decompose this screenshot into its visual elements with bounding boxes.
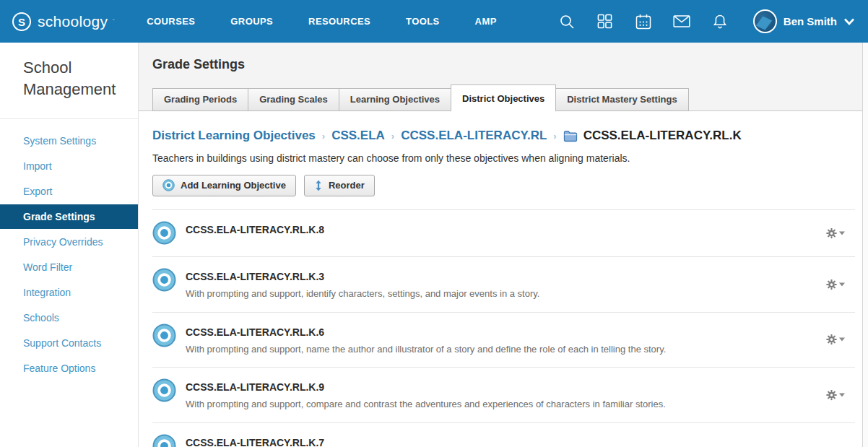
caret-down-icon bbox=[839, 282, 845, 286]
objective-row: CCSS.ELA-LITERACY.RL.K.7 With prompting … bbox=[152, 422, 855, 447]
objective-title: CCSS.ELA-LITERACY.RL.K.8 bbox=[186, 222, 324, 235]
search-icon[interactable] bbox=[557, 12, 576, 31]
tab[interactable]: District Mastery Settings bbox=[555, 88, 688, 111]
caret-down-icon bbox=[839, 232, 845, 235]
objective-title: CCSS.ELA-LITERACY.RL.K.3 bbox=[186, 269, 539, 282]
sidebar-nav: System Settings Import Export Grade Sett… bbox=[0, 119, 138, 381]
chevron-down-icon bbox=[843, 17, 855, 26]
row-gear-menu[interactable] bbox=[826, 334, 845, 345]
sidebar-item[interactable]: Import bbox=[0, 154, 138, 178]
sidebar-item[interactable]: Export bbox=[0, 179, 138, 204]
apps-grid-icon[interactable] bbox=[596, 12, 615, 31]
page-title: Grade Settings bbox=[152, 57, 868, 72]
sidebar-item[interactable]: Schools bbox=[0, 305, 138, 330]
folder-icon bbox=[563, 130, 578, 142]
main-panel: Grade Settings Grading Periods Grading S… bbox=[139, 43, 868, 447]
sidebar-item[interactable]: Feature Options bbox=[0, 356, 138, 381]
objective-title: CCSS.ELA-LITERACY.RL.K.9 bbox=[186, 379, 666, 393]
schoology-logo-icon: S bbox=[12, 12, 32, 32]
sidebar-item[interactable]: System Settings bbox=[0, 129, 138, 153]
objective-description: With prompting and support, compare and … bbox=[186, 397, 666, 412]
user-name: Ben Smith bbox=[784, 15, 837, 27]
breadcrumb-separator: › bbox=[391, 131, 394, 142]
sidebar-item[interactable]: Support Contacts bbox=[0, 331, 138, 355]
tab[interactable]: Learning Objectives bbox=[339, 88, 451, 111]
objective-title: CCSS.ELA-LITERACY.RL.K.7 bbox=[186, 435, 809, 447]
breadcrumb-separator: › bbox=[322, 131, 325, 142]
sidebar-item[interactable]: Grade Settings bbox=[0, 204, 138, 229]
action-buttons: Add Learning Objective Reorder bbox=[152, 175, 855, 196]
notifications-bell-icon[interactable] bbox=[711, 12, 729, 31]
tab[interactable]: Grading Periods bbox=[152, 88, 248, 111]
breadcrumb: District Learning Objectives › CSS.ELA ›… bbox=[152, 129, 855, 143]
breadcrumb-link[interactable]: District Learning Objectives bbox=[152, 129, 316, 143]
avatar bbox=[753, 9, 777, 33]
svg-text:S: S bbox=[18, 15, 25, 27]
reorder-button[interactable]: Reorder bbox=[304, 175, 375, 196]
header-utilities: Ben Smith bbox=[557, 9, 855, 33]
top-nav-item[interactable]: RESOURCES bbox=[308, 16, 370, 27]
target-icon bbox=[162, 179, 175, 191]
objective-description: With prompting and support, identify cha… bbox=[186, 287, 539, 301]
top-nav-item[interactable]: TOOLS bbox=[406, 16, 440, 27]
tab[interactable]: District Objectives bbox=[451, 84, 556, 112]
learning-objective-target-icon bbox=[152, 221, 176, 245]
app-window: S schoology ̆ COURSES GROUPS RESOURCES T… bbox=[0, 0, 868, 447]
top-nav-bar: S schoology ̆ COURSES GROUPS RESOURCES T… bbox=[0, 0, 868, 43]
sidebar-item[interactable]: Privacy Overrides bbox=[0, 230, 138, 254]
objective-title: CCSS.ELA-LITERACY.RL.K.6 bbox=[186, 324, 666, 338]
caret-down-icon bbox=[839, 393, 845, 396]
sidebar: School Management System Settings Import… bbox=[0, 43, 139, 447]
objective-list: CCSS.ELA-LITERACY.RL.K.8 bbox=[152, 209, 855, 447]
brand-wordmark: schoology bbox=[38, 13, 108, 30]
sidebar-item[interactable]: Word Filter bbox=[0, 255, 138, 279]
primary-nav: COURSES GROUPS RESOURCES TOOLS AMP bbox=[147, 16, 496, 27]
learning-objective-target-icon bbox=[152, 324, 176, 347]
row-gear-menu[interactable] bbox=[826, 279, 845, 290]
reorder-arrows-icon bbox=[314, 180, 323, 191]
objective-row: CCSS.ELA-LITERACY.RL.K.3 With prompting … bbox=[152, 256, 855, 312]
add-learning-objective-button[interactable]: Add Learning Objective bbox=[152, 175, 296, 196]
breadcrumb-current: CCSS.ELA-LITERACY.RL.K bbox=[563, 129, 742, 143]
gear-icon bbox=[826, 279, 837, 290]
gear-icon bbox=[826, 389, 837, 400]
page-description: Teachers in buildings using district mas… bbox=[152, 152, 855, 164]
objective-row: CCSS.ELA-LITERACY.RL.K.6 With prompting … bbox=[152, 312, 855, 368]
user-menu[interactable]: Ben Smith bbox=[753, 9, 855, 33]
breadcrumb-link[interactable]: CSS.ELA bbox=[331, 129, 385, 143]
tab-content: District Learning Objectives › CSS.ELA ›… bbox=[139, 111, 868, 447]
page-header: Grade Settings Grading Periods Grading S… bbox=[139, 43, 868, 111]
objective-row: CCSS.ELA-LITERACY.RL.K.8 bbox=[152, 209, 855, 256]
gear-icon bbox=[826, 228, 837, 239]
messages-icon[interactable] bbox=[672, 12, 691, 31]
sidebar-title: School Management bbox=[0, 57, 138, 119]
row-gear-menu[interactable] bbox=[826, 228, 845, 239]
top-nav-item[interactable]: GROUPS bbox=[230, 16, 273, 27]
caret-down-icon bbox=[839, 338, 845, 342]
schoology-logo[interactable]: S schoology ̆ bbox=[12, 12, 113, 32]
objective-row: CCSS.ELA-LITERACY.RL.K.9 With prompting … bbox=[152, 367, 855, 422]
learning-objective-target-icon bbox=[152, 434, 176, 447]
learning-objective-target-icon bbox=[152, 268, 176, 292]
tab[interactable]: Grading Scales bbox=[248, 88, 339, 111]
row-gear-menu[interactable] bbox=[826, 389, 845, 400]
sidebar-item[interactable]: Integration bbox=[0, 280, 138, 305]
breadcrumb-link[interactable]: CCSS.ELA-LITERACY.RL bbox=[401, 129, 547, 143]
gear-icon bbox=[826, 334, 837, 345]
page-scrollbar[interactable] bbox=[862, 43, 868, 447]
calendar-icon[interactable] bbox=[634, 12, 653, 31]
learning-objective-target-icon bbox=[152, 378, 176, 402]
breadcrumb-separator: › bbox=[553, 131, 556, 142]
top-nav-item[interactable]: COURSES bbox=[147, 16, 195, 27]
top-nav-item[interactable]: AMP bbox=[475, 16, 497, 27]
objective-description: With prompting and support, name the aut… bbox=[186, 342, 666, 357]
tab-bar: Grading Periods Grading Scales Learning … bbox=[152, 84, 868, 110]
